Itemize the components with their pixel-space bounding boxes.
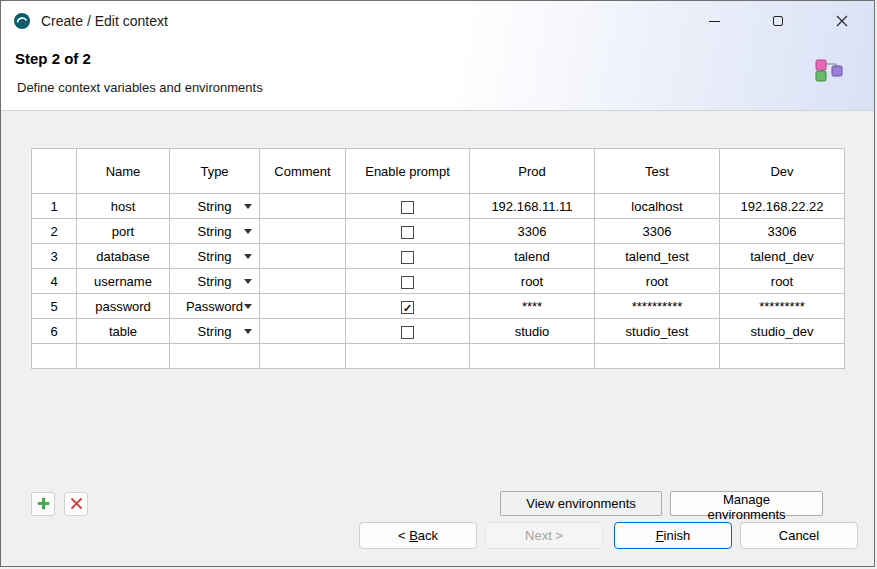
add-variable-button[interactable] <box>31 492 55 516</box>
create-edit-context-dialog: Create / Edit context Step 2 of 2 Define… <box>0 0 875 567</box>
context-wizard-icon <box>812 52 846 86</box>
cell-comment[interactable] <box>260 244 346 269</box>
finish-button[interactable]: Finish <box>614 522 732 549</box>
red-x-icon <box>70 497 83 510</box>
row-number: 6 <box>32 319 77 344</box>
context-variables-table: Name Type Comment Enable prompt Prod Tes… <box>31 148 845 369</box>
cell-test[interactable]: ********** <box>595 294 720 319</box>
cell-enable-prompt <box>346 269 470 294</box>
plus-icon <box>37 497 50 510</box>
cell-name[interactable]: host <box>77 194 170 219</box>
cell-dev[interactable]: root <box>720 269 845 294</box>
cell-dev[interactable]: ********* <box>720 294 845 319</box>
table-row: 4 username String root root root <box>32 269 845 294</box>
row-number: 5 <box>32 294 77 319</box>
enable-prompt-checkbox[interactable] <box>401 251 414 264</box>
remove-variable-button[interactable] <box>64 492 88 516</box>
cell-dev[interactable]: talend_dev <box>720 244 845 269</box>
type-value: String <box>198 199 232 214</box>
cell-name[interactable]: database <box>77 244 170 269</box>
cell-prod[interactable]: studio <box>470 319 595 344</box>
close-icon <box>836 15 848 27</box>
dialog-top-region: Create / Edit context Step 2 of 2 Define… <box>1 1 874 111</box>
context-table-body: 1 host String 192.168.11.11 localhost 19… <box>32 194 845 369</box>
col-header-name: Name <box>77 149 170 194</box>
dropdown-arrow-icon[interactable] <box>244 204 252 209</box>
enable-prompt-checkbox[interactable] <box>401 226 414 239</box>
cell-name[interactable]: table <box>77 319 170 344</box>
cell-comment[interactable] <box>260 269 346 294</box>
cell-type-dropdown[interactable]: Password <box>170 294 260 319</box>
cell-dev[interactable]: 3306 <box>720 219 845 244</box>
cell-test[interactable]: talend_test <box>595 244 720 269</box>
empty-cell <box>595 344 720 369</box>
cell-name[interactable]: password <box>77 294 170 319</box>
enable-prompt-checkbox[interactable] <box>401 301 414 314</box>
table-row: 5 password Password **** ********** ****… <box>32 294 845 319</box>
cell-test[interactable]: localhost <box>595 194 720 219</box>
enable-prompt-checkbox[interactable] <box>401 201 414 214</box>
cell-prod[interactable]: 3306 <box>470 219 595 244</box>
cell-type-dropdown[interactable]: String <box>170 219 260 244</box>
dropdown-arrow-icon[interactable] <box>244 279 252 284</box>
cell-enable-prompt <box>346 319 470 344</box>
view-environments-button[interactable]: View environments <box>500 491 662 516</box>
cell-comment[interactable] <box>260 194 346 219</box>
type-value: String <box>198 274 232 289</box>
cell-prod[interactable]: **** <box>470 294 595 319</box>
cell-type-dropdown[interactable]: String <box>170 319 260 344</box>
manage-environments-button[interactable]: Manage environments <box>670 491 823 516</box>
enable-prompt-checkbox[interactable] <box>401 326 414 339</box>
titlebar: Create / Edit context <box>1 1 874 41</box>
cell-type-dropdown[interactable]: String <box>170 269 260 294</box>
cell-dev[interactable]: 192.168.22.22 <box>720 194 845 219</box>
cell-test[interactable]: root <box>595 269 720 294</box>
minimize-icon <box>709 21 720 22</box>
back-button[interactable]: < Back <box>359 522 477 549</box>
dropdown-arrow-icon[interactable] <box>244 229 252 234</box>
type-value: String <box>198 324 232 339</box>
cell-test[interactable]: studio_test <box>595 319 720 344</box>
cell-comment[interactable] <box>260 319 346 344</box>
cell-test[interactable]: 3306 <box>595 219 720 244</box>
table-row: 6 table String studio studio_test studio… <box>32 319 845 344</box>
type-value: String <box>198 249 232 264</box>
cell-type-dropdown[interactable]: String <box>170 244 260 269</box>
dropdown-arrow-icon[interactable] <box>244 254 252 259</box>
cell-enable-prompt <box>346 244 470 269</box>
cell-prod[interactable]: 192.168.11.11 <box>470 194 595 219</box>
col-header-comment: Comment <box>260 149 346 194</box>
cell-type-dropdown[interactable]: String <box>170 194 260 219</box>
cell-name[interactable]: port <box>77 219 170 244</box>
close-button[interactable] <box>810 1 874 41</box>
cell-prod[interactable]: root <box>470 269 595 294</box>
window-title: Create / Edit context <box>41 13 682 29</box>
maximize-button[interactable] <box>746 1 810 41</box>
maximize-icon <box>773 16 783 26</box>
cell-comment[interactable] <box>260 219 346 244</box>
next-button[interactable]: Next > <box>485 522 603 549</box>
enable-prompt-checkbox[interactable] <box>401 276 414 289</box>
cell-prod[interactable]: talend <box>470 244 595 269</box>
dropdown-arrow-icon[interactable] <box>244 329 252 334</box>
step-title: Step 2 of 2 <box>15 50 91 67</box>
row-number: 2 <box>32 219 77 244</box>
cell-enable-prompt <box>346 194 470 219</box>
cancel-button[interactable]: Cancel <box>740 522 858 549</box>
empty-cell <box>346 344 470 369</box>
minimize-button[interactable] <box>682 1 746 41</box>
empty-cell <box>32 344 77 369</box>
table-row: 3 database String talend talend_test tal… <box>32 244 845 269</box>
cell-enable-prompt <box>346 219 470 244</box>
type-value: String <box>198 224 232 239</box>
empty-cell <box>260 344 346 369</box>
empty-cell <box>720 344 845 369</box>
type-value: Password <box>186 299 243 314</box>
table-toolbar: View environments Manage environments <box>31 491 844 516</box>
cell-dev[interactable]: studio_dev <box>720 319 845 344</box>
cell-comment[interactable] <box>260 294 346 319</box>
dropdown-arrow-icon[interactable] <box>244 304 252 309</box>
cell-name[interactable]: username <box>77 269 170 294</box>
empty-cell <box>77 344 170 369</box>
step-subtitle: Define context variables and environment… <box>17 80 263 95</box>
